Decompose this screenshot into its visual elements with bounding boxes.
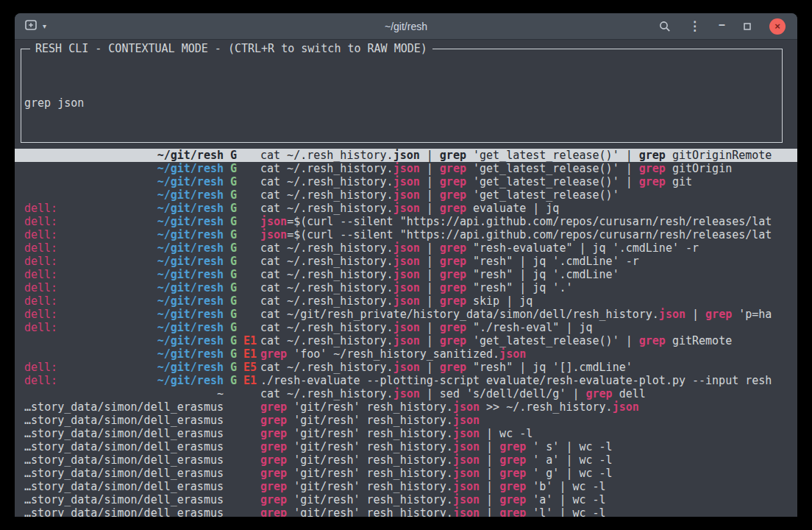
terminal-window: ▾ ~/git/resh ⋮ – × RESH CLI - CONTEXTUAL… <box>15 13 797 517</box>
search-match: json <box>453 427 480 440</box>
row-directory: ~/git/resh <box>157 188 224 202</box>
history-row[interactable]: dell:~/git/reshGcat ~/.resh_history.json… <box>15 255 797 268</box>
row-location: …story_data/simon/dell_erasmus <box>24 440 224 453</box>
row-location: ~/git/resh <box>24 175 224 188</box>
row-directory: ~/git/resh <box>157 281 224 294</box>
search-match: grep <box>260 453 287 467</box>
menu-kebab-icon[interactable]: ⋮ <box>688 20 701 32</box>
git-flag: G <box>230 308 237 321</box>
git-flag: G <box>230 228 237 241</box>
row-directory: …story_data/simon/dell_erasmus <box>24 453 224 467</box>
history-row[interactable]: …story_data/simon/dell_erasmusgrep 'git/… <box>15 414 797 427</box>
history-row[interactable]: …story_data/simon/dell_erasmusgrep 'git/… <box>15 467 797 480</box>
git-flag: G <box>230 188 237 202</box>
history-row[interactable]: …story_data/simon/dell_erasmusgrep 'git/… <box>15 453 797 467</box>
history-row[interactable]: dell:~/git/reshGcat ~/.resh_history.json… <box>15 202 797 215</box>
row-location: ~/git/resh <box>24 149 224 162</box>
history-row[interactable]: …story_data/simon/dell_erasmusgrep 'git/… <box>15 427 797 440</box>
row-command: ./resh-evaluate --plotting-script evalua… <box>260 374 788 387</box>
minimize-button[interactable]: – <box>719 19 725 31</box>
history-row[interactable]: dell:~/git/reshGcat ~/.resh_history.json… <box>15 321 797 334</box>
git-flag: G <box>230 294 237 308</box>
row-command: cat ~/.resh_history.json | grep 'get_lat… <box>260 188 788 202</box>
search-match: json <box>453 453 480 467</box>
search-match: grep <box>499 493 526 506</box>
row-command: cat ~/.resh_history.json | grep "resh" |… <box>260 281 788 294</box>
history-row-selected[interactable]: ~/git/reshGcat ~/.resh_history.json | gr… <box>15 149 797 162</box>
row-flags <box>224 493 260 506</box>
row-flags <box>224 467 260 480</box>
search-match: grep <box>440 334 466 347</box>
history-row[interactable]: ~/git/reshGcat ~/.resh_history.json | gr… <box>15 162 797 175</box>
row-host: dell: <box>24 281 57 294</box>
git-flag: G <box>230 175 237 188</box>
history-row[interactable]: dell:~/git/reshG E5cat ~/.resh_history.j… <box>15 361 797 374</box>
row-directory: ~/git/resh <box>157 202 224 215</box>
row-command: cat ~/.resh_history.json | grep "resh-ev… <box>260 241 788 255</box>
search-match: json <box>453 440 480 453</box>
row-command: cat ~/.resh_history.json | grep "./resh-… <box>260 321 788 334</box>
history-row[interactable]: dell:~/git/reshGcat ~/.resh_history.json… <box>15 281 797 294</box>
history-row[interactable]: …story_data/simon/dell_erasmusgrep 'git/… <box>15 480 797 493</box>
row-flags: G <box>224 281 260 294</box>
row-command: cat ~/git/resh_private/history_data/simo… <box>260 308 788 321</box>
row-host: dell: <box>24 268 57 281</box>
history-row[interactable]: ~/git/reshG E1grep 'foo' ~/resh_history_… <box>15 347 797 361</box>
search-match: json <box>453 400 480 414</box>
row-directory: …story_data/simon/dell_erasmus <box>24 467 224 480</box>
row-directory: ~/git/resh <box>157 162 224 175</box>
row-directory: …story_data/simon/dell_erasmus <box>24 400 224 414</box>
history-row[interactable]: ~/git/reshGcat ~/.resh_history.json | gr… <box>15 188 797 202</box>
search-match: json <box>613 400 639 414</box>
close-button[interactable]: × <box>769 18 786 35</box>
exit-status-flag: E1 <box>243 334 257 347</box>
history-row[interactable]: dell:~/git/reshGjson=$(curl --silent "ht… <box>15 228 797 241</box>
resh-search-box: RESH CLI - CONTEXTUAL MODE - (CTRL+R to … <box>21 49 783 143</box>
row-directory: ~/git/resh <box>157 241 224 255</box>
search-match: grep <box>440 241 466 255</box>
row-command: grep 'git/resh' resh_history.json <box>260 414 788 427</box>
git-flag: G <box>230 281 237 294</box>
row-flags <box>224 480 260 493</box>
resh-mode-title: RESH CLI - CONTEXTUAL MODE - (CTRL+R to … <box>30 42 432 55</box>
row-directory: ~/git/resh <box>157 308 224 321</box>
history-row[interactable]: dell:~/git/reshGcat ~/.resh_history.json… <box>15 294 797 308</box>
history-row[interactable]: ~/git/reshG E1cat ~/.resh_history.json |… <box>15 334 797 347</box>
search-match: grep <box>440 361 466 374</box>
row-directory: ~/git/resh <box>157 294 224 308</box>
row-directory: ~ <box>217 387 224 400</box>
row-flags: G <box>224 202 260 215</box>
restore-button[interactable] <box>743 22 752 31</box>
history-row[interactable]: dell:~/git/reshGcat ~/.resh_history.json… <box>15 241 797 255</box>
row-command: cat ~/.resh_history.json | grep "resh" |… <box>260 255 788 268</box>
history-row[interactable]: …story_data/simon/dell_erasmusgrep 'git/… <box>15 400 797 414</box>
history-row[interactable]: ~/git/reshGcat ~/.resh_history.json | gr… <box>15 175 797 188</box>
search-match: json <box>393 202 420 215</box>
history-row[interactable]: dell:~/git/reshGcat ~/.resh_history.json… <box>15 268 797 281</box>
history-row[interactable]: …story_data/simon/dell_erasmusgrep 'git/… <box>15 506 797 517</box>
history-row[interactable]: …story_data/simon/dell_erasmusgrep 'git/… <box>15 493 797 506</box>
search-match: json <box>393 321 420 334</box>
row-flags <box>224 400 260 414</box>
row-location: ~/git/resh <box>24 162 224 175</box>
row-directory: ~/git/resh <box>157 334 224 347</box>
history-row[interactable]: …story_data/simon/dell_erasmusgrep 'git/… <box>15 440 797 453</box>
git-flag: G <box>230 321 237 334</box>
history-row[interactable]: dell:~/git/reshGcat ~/git/resh_private/h… <box>15 308 797 321</box>
search-icon[interactable] <box>659 21 671 32</box>
row-location: dell:~/git/resh <box>24 202 224 215</box>
row-location: …story_data/simon/dell_erasmus <box>24 493 224 506</box>
search-query-input[interactable]: grep json <box>24 96 779 110</box>
git-flag: G <box>230 374 237 387</box>
history-row[interactable]: ~cat ~/.resh_history.json | sed 's/dell/… <box>15 387 797 400</box>
row-host: dell: <box>24 228 57 241</box>
history-row[interactable]: dell:~/git/reshG E1./resh-evaluate --plo… <box>15 374 797 387</box>
row-directory: …story_data/simon/dell_erasmus <box>24 440 224 453</box>
history-row[interactable]: dell:~/git/reshGjson=$(curl --silent "ht… <box>15 215 797 228</box>
row-flags <box>224 427 260 440</box>
row-command: grep 'git/resh' resh_history.json | grep… <box>260 440 788 453</box>
row-command: grep 'git/resh' resh_history.json | grep… <box>260 493 788 506</box>
row-command: grep 'git/resh' resh_history.json | wc -… <box>260 427 788 440</box>
row-flags: G <box>224 308 260 321</box>
row-host: dell: <box>24 321 57 334</box>
